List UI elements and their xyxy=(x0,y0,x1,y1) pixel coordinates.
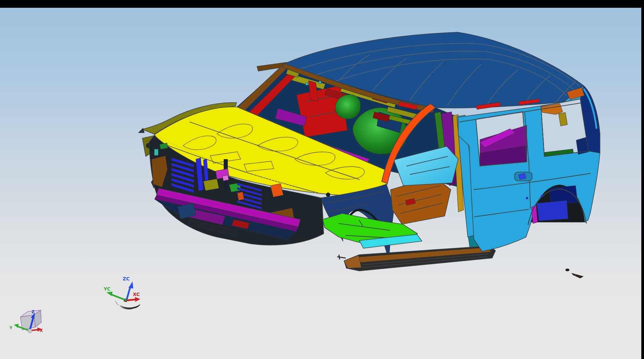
car-body-model[interactable] xyxy=(138,32,600,278)
view-origin-sphere[interactable] xyxy=(28,329,32,333)
view-z-label: Z xyxy=(32,310,35,314)
debris-dot[interactable] xyxy=(565,269,569,271)
wcs-y-label: YC xyxy=(103,286,110,292)
wcs-x-arrowhead[interactable] xyxy=(135,297,140,302)
fender-rail-tip xyxy=(138,128,144,133)
wcs-x-axis[interactable] xyxy=(126,299,136,300)
wcs-z-label: ZC xyxy=(123,276,129,281)
view-triad[interactable]: Z Y X xyxy=(9,310,43,333)
wcs-y-arrowhead[interactable] xyxy=(106,292,113,296)
teal-dot-1 xyxy=(305,83,308,85)
quarter-blue-dot-2 xyxy=(541,195,544,197)
radiator-pink[interactable] xyxy=(222,175,229,181)
wcs-x-label: XC xyxy=(133,292,140,297)
wcs-z-arrowhead[interactable] xyxy=(128,281,133,289)
cad-viewport[interactable]: ZC YC XC Z Y X xyxy=(0,0,644,359)
view-x-label: X xyxy=(40,328,43,333)
view-y-label: Y xyxy=(9,325,13,330)
wheel-well-blue-box[interactable] xyxy=(537,200,568,221)
debris-sliver[interactable] xyxy=(571,273,584,278)
view-y-arrowhead[interactable] xyxy=(14,324,19,328)
debris-red-dot xyxy=(575,274,576,276)
board-bracket xyxy=(337,255,346,259)
front-teal-bit[interactable] xyxy=(154,149,158,155)
wcs-y-axis[interactable] xyxy=(111,294,126,300)
model-scene[interactable]: ZC YC XC Z Y X xyxy=(0,0,644,359)
running-board[interactable] xyxy=(337,246,496,271)
wcs-triad[interactable]: ZC YC XC xyxy=(103,276,140,310)
wcs-z-axis[interactable] xyxy=(126,286,130,300)
wcs-base-ring-2[interactable] xyxy=(119,304,140,309)
front-green-bit[interactable] xyxy=(160,143,168,149)
front-orange-sliver[interactable] xyxy=(237,192,244,200)
fender-hole xyxy=(326,193,330,197)
quarter-blue-dot-1 xyxy=(526,197,528,199)
